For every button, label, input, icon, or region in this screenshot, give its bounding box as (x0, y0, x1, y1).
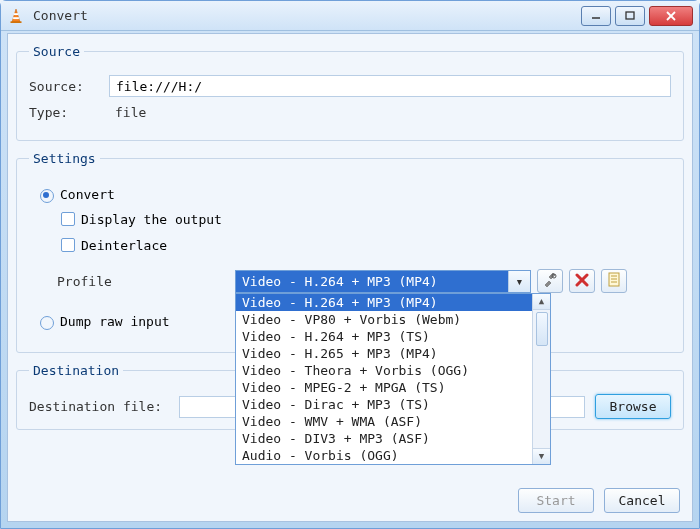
svg-rect-3 (11, 21, 22, 23)
svg-marker-0 (12, 9, 20, 22)
scroll-thumb[interactable] (536, 312, 548, 346)
type-value: file (109, 103, 671, 122)
profile-option[interactable]: Video - Theora + Vorbis (OGG) (236, 362, 532, 379)
svg-rect-1 (14, 13, 19, 15)
dump-raw-radio[interactable] (40, 316, 54, 330)
convert-radio-label: Convert (60, 187, 115, 202)
chevron-down-icon[interactable]: ▾ (508, 271, 530, 292)
profile-option[interactable]: Video - Dirac + MP3 (TS) (236, 396, 532, 413)
delete-profile-button[interactable] (569, 269, 595, 293)
client-area: Source Source: Type: file Settings Conve… (7, 33, 693, 522)
profile-option[interactable]: Audio - Vorbis (OGG) (236, 447, 532, 464)
close-button[interactable] (649, 6, 693, 26)
convert-radio[interactable] (40, 189, 54, 203)
profile-dropdown: Video - H.264 + MP3 (MP4)Video - VP80 + … (235, 293, 551, 465)
settings-group: Settings Convert Display the output Dein… (16, 151, 684, 353)
profile-combo[interactable]: Video - H.264 + MP3 (MP4) ▾ Video - H.26… (235, 270, 531, 293)
minimize-button[interactable] (581, 6, 611, 26)
destination-label: Destination file: (29, 399, 179, 414)
cancel-button-label: Cancel (619, 493, 666, 508)
type-label: Type: (29, 105, 109, 120)
settings-legend: Settings (29, 151, 100, 166)
delete-x-icon (575, 273, 589, 290)
cancel-button[interactable]: Cancel (604, 488, 680, 513)
scroll-down-icon[interactable]: ▼ (533, 448, 550, 464)
tools-icon (542, 272, 558, 291)
profile-option[interactable]: Video - WMV + WMA (ASF) (236, 413, 532, 430)
profile-dropdown-list: Video - H.264 + MP3 (MP4)Video - VP80 + … (236, 294, 532, 464)
svg-rect-5 (626, 12, 634, 19)
convert-window: Convert Source Source: Type: file (0, 0, 700, 529)
display-output-checkbox[interactable] (61, 212, 75, 226)
window-title: Convert (33, 8, 581, 23)
profile-option[interactable]: Video - VP80 + Vorbis (Webm) (236, 311, 532, 328)
source-input[interactable] (109, 75, 671, 97)
window-controls (581, 6, 693, 26)
profile-option[interactable]: Video - MPEG-2 + MPGA (TS) (236, 379, 532, 396)
display-output-label: Display the output (81, 212, 222, 227)
vlc-cone-icon (7, 7, 25, 25)
start-button-label: Start (536, 493, 575, 508)
profile-option[interactable]: Video - H.265 + MP3 (MP4) (236, 345, 532, 362)
deinterlace-checkbox[interactable] (61, 238, 75, 252)
footer-buttons: Start Cancel (518, 488, 680, 513)
browse-button[interactable]: Browse (595, 394, 671, 419)
start-button[interactable]: Start (518, 488, 594, 513)
profile-option[interactable]: Video - DIV3 + MP3 (ASF) (236, 430, 532, 447)
scroll-up-icon[interactable]: ▲ (533, 294, 550, 310)
profile-combo-display[interactable]: Video - H.264 + MP3 (MP4) ▾ (235, 270, 531, 293)
profile-option[interactable]: Video - H.264 + MP3 (TS) (236, 328, 532, 345)
profile-selected-text: Video - H.264 + MP3 (MP4) (236, 271, 508, 292)
edit-profile-button[interactable] (537, 269, 563, 293)
dump-raw-label: Dump raw input (60, 314, 170, 329)
source-legend: Source (29, 44, 84, 59)
profile-label: Profile (57, 274, 235, 289)
source-label: Source: (29, 79, 109, 94)
deinterlace-label: Deinterlace (81, 238, 167, 253)
titlebar[interactable]: Convert (1, 1, 699, 31)
new-document-icon (607, 272, 621, 291)
source-group: Source Source: Type: file (16, 44, 684, 141)
new-profile-button[interactable] (601, 269, 627, 293)
dropdown-scrollbar[interactable]: ▲ ▼ (532, 294, 550, 464)
browse-button-label: Browse (610, 399, 657, 414)
maximize-button[interactable] (615, 6, 645, 26)
profile-option[interactable]: Video - H.264 + MP3 (MP4) (236, 294, 532, 311)
svg-rect-2 (13, 17, 19, 19)
destination-legend: Destination (29, 363, 123, 378)
